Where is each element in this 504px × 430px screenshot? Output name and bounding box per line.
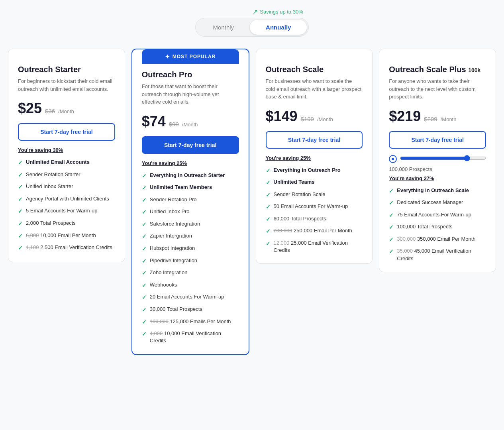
price-row-pro: $74 $99 /Month [142, 113, 239, 130]
plan-name-pro: Outreach Pro [142, 70, 239, 79]
price-current-starter: $25 [18, 100, 42, 117]
check-icon: ✓ [142, 196, 147, 204]
plan-card-pro: ✦ MOST POPULAR Outreach Pro For those th… [131, 49, 249, 355]
savings-label: ↗ Savings up to 30% [253, 8, 303, 16]
feature-item: ✓ 100,000 125,000 Emails Per Month [142, 318, 239, 326]
check-icon: ✓ [18, 183, 23, 191]
check-icon: ✓ [142, 318, 147, 326]
price-row-starter: $25 $36 /Month [18, 100, 115, 117]
plan-body-scale-plus: Outreach Scale Plus 100k For anyone who … [389, 59, 486, 262]
annually-toggle-btn[interactable]: Annually [250, 20, 307, 35]
strikethrough-text: 100,000 [150, 318, 169, 324]
plan-body-scale: Outreach Scale For businesses who want t… [266, 59, 363, 254]
feature-text: 60,000 Total Prospects [274, 215, 326, 222]
check-icon: ✓ [142, 282, 147, 290]
billing-toggle-area: ↗ Savings up to 30% Monthly Annually [8, 8, 496, 37]
feature-item: ✓ 100,000 Total Prospects [389, 223, 486, 232]
feature-item: ✓ 12,000 25,000 Email Verification Credi… [266, 240, 363, 254]
feature-text: Hubspot Integration [150, 245, 195, 252]
feature-text: Dedicated Success Manager [397, 199, 463, 206]
feature-text: Everything in Outreach Pro [274, 167, 341, 174]
plan-name-scale: Outreach Scale [266, 65, 363, 74]
feature-text: 6,000 10,000 Email Per Month [26, 232, 96, 239]
plan-description-pro: For those that want to boost their outre… [142, 82, 239, 106]
plan-card-scale-plus: Outreach Scale Plus 100k For anyone who … [379, 49, 496, 272]
feature-text: 30,000 Total Prospects [150, 306, 202, 313]
cta-btn-pro[interactable]: Start 7-day free trial [142, 136, 239, 154]
check-icon: ✓ [142, 245, 147, 253]
check-icon: ✓ [266, 179, 271, 187]
check-icon: ✓ [266, 167, 271, 175]
feature-item: ✓ Agency Portal with Unlimited Clients [18, 195, 115, 204]
feature-item: ✓ Webhoooks [142, 281, 239, 290]
prospects-slider[interactable] [400, 155, 486, 161]
popular-label: MOST POPULAR [173, 54, 216, 59]
check-icon: ✓ [142, 306, 147, 314]
star-icon: ✦ [165, 53, 170, 60]
check-icon: ✓ [142, 221, 147, 229]
feature-item: ✓ 2,000 Total Prospects [18, 220, 115, 228]
feature-item: ✓ 4,000 10,000 Email Verification Credit… [142, 330, 239, 344]
price-current-scale-plus: $219 [389, 108, 421, 125]
check-icon: ✓ [266, 240, 271, 248]
strikethrough-text: 12,000 [274, 240, 290, 246]
check-icon: ✓ [142, 208, 147, 216]
price-row-scale: $149 $199 /Month [266, 108, 363, 125]
feature-text: Sender Rotation Starter [26, 171, 80, 178]
feature-item: ✓ 20 Email Accounts For Warm-up [142, 293, 239, 302]
check-icon: ✓ [389, 248, 394, 256]
plan-name-starter: Outreach Starter [18, 65, 115, 74]
plan-body-starter: Outreach Starter For beginners to kickst… [18, 59, 115, 252]
feature-text: Sender Rotation Scale [274, 191, 326, 198]
check-icon: ✓ [18, 244, 23, 252]
saving-pct-starter: You're saving 30% [18, 147, 115, 153]
price-period-starter: /Month [58, 108, 74, 114]
price-period-pro: /Month [182, 122, 198, 128]
feature-text: 1,100 2,500 Email Verification Credits [26, 244, 112, 251]
check-icon: ✓ [142, 294, 147, 302]
feature-text: Everything in Outreach Starter [150, 172, 225, 179]
features-list-starter: ✓ Unlimited Email Accounts ✓ Sender Rota… [18, 159, 115, 252]
plan-description-scale: For businesses who want to scale the col… [266, 77, 363, 101]
check-icon: ✓ [18, 171, 23, 179]
feature-item: ✓ Zoho Integration [142, 269, 239, 277]
feature-item: ✓ Hubspot Integration [142, 245, 239, 253]
price-original-scale-plus: $299 [424, 116, 437, 122]
check-icon: ✓ [142, 269, 147, 277]
bold-feature-text: Unlimited Team Members [150, 184, 212, 190]
feature-item: ✓ Unlimited Email Accounts [18, 159, 115, 167]
check-icon: ✓ [18, 232, 23, 240]
monthly-toggle-btn[interactable]: Monthly [197, 20, 250, 35]
feature-text: 35,000 45,000 Email Verification Credits [397, 247, 486, 262]
check-icon: ✓ [18, 220, 23, 228]
cta-btn-scale[interactable]: Start 7-day free trial [266, 131, 363, 149]
feature-text: Salesforce Integration [150, 220, 200, 228]
feature-item: ✓ 50 Email Accounts For Warm-up [266, 203, 363, 211]
feature-item: ✓ Everything in Outreach Scale [389, 187, 486, 195]
price-current-pro: $74 [142, 113, 166, 130]
strikethrough-text: 200,000 [274, 228, 292, 234]
strikethrough-text: 4,000 [150, 330, 163, 336]
cta-btn-starter[interactable]: Start 7-day free trial [18, 123, 115, 141]
strikethrough-text: 35,000 [397, 248, 413, 254]
price-original-pro: $99 [169, 121, 179, 128]
check-icon: ✓ [389, 236, 394, 244]
feature-text: Sender Rotation Pro [150, 196, 197, 203]
bold-feature-text: Unlimited Teams [274, 179, 315, 185]
saving-pct-pro: You're saving 25% [142, 160, 239, 166]
plan-suffix: 100k [468, 67, 480, 73]
price-original-scale: $199 [301, 116, 314, 122]
price-period-scale: /Month [317, 116, 333, 122]
strikethrough-text: 1,100 [26, 244, 39, 250]
feature-text: 100,000 125,000 Emails Per Month [150, 318, 231, 325]
feature-text: Unlimited Teams [274, 179, 315, 186]
billing-toggle: Monthly Annually [195, 18, 309, 37]
feature-text: 50 Email Accounts For Warm-up [274, 203, 348, 210]
check-icon: ✓ [389, 187, 394, 195]
plan-description-starter: For beginners to kickstart their cold em… [18, 77, 115, 93]
bold-feature-text: Everything in Outreach Scale [397, 187, 469, 193]
feature-item: ✓ 75 Email Accounts For Warm-up [389, 211, 486, 220]
features-list-pro: ✓ Everything in Outreach Starter ✓ Unlim… [142, 172, 239, 345]
cta-btn-scale-plus[interactable]: Start 7-day free trial [389, 131, 486, 149]
check-icon: ✓ [389, 199, 394, 207]
